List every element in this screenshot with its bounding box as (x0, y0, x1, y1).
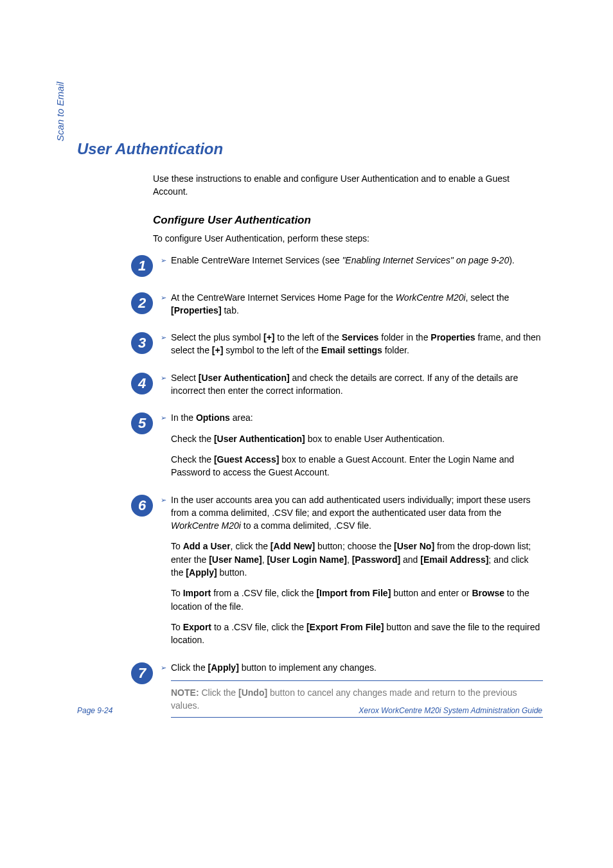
ui: [Import from File] (316, 588, 391, 598)
ui: [User Name] (209, 554, 262, 565)
step-6: 6 ➢ In the user accounts area you can ad… (122, 493, 543, 647)
step-5: 5 ➢ In the Options area: Check the [User… (122, 411, 543, 479)
txt: , (347, 554, 352, 565)
ui: [Password] (352, 554, 400, 565)
step-7-text: Click the [Apply] button to implement an… (171, 661, 543, 674)
document-page: Scan to Email User Authentication Use th… (0, 0, 613, 868)
txt: to a .CSV file, click the (211, 622, 306, 632)
txt: Check the (171, 434, 214, 444)
ui: [User No] (394, 541, 434, 551)
step-badge-4: 4 (131, 373, 153, 394)
ui: Properties (431, 332, 475, 342)
txt: button to implement any changes. (239, 662, 377, 673)
txt: box to enable User Authentication. (305, 434, 445, 444)
step-5-p2: Check the [Guest Access] box to enable a… (171, 453, 543, 479)
ui: [User Login Name] (267, 554, 346, 565)
step-5-head: In the Options area: (171, 411, 543, 424)
step-badge-1: 1 (131, 255, 153, 277)
page-footer: Page 9-24 Xerox WorkCentre M20i System A… (77, 706, 542, 715)
txt: symbol to the left of the (223, 345, 321, 355)
txt: button. (217, 567, 247, 578)
step-number-col: 1 (122, 254, 157, 277)
step-badge-6: 6 (131, 495, 153, 517)
ui: Import (183, 588, 211, 598)
step-body: ➢ At the CentreWare Internet Services Ho… (157, 291, 543, 317)
step-number-col: 3 (122, 331, 157, 357)
step-2-text: At the CentreWare Internet Services Home… (171, 291, 543, 317)
txt: to the left of the (274, 332, 341, 342)
txt: tab. (222, 305, 239, 315)
footer-page-number: Page 9-24 (77, 706, 112, 715)
ui: [Email Address] (420, 554, 488, 565)
ui: Services (342, 332, 379, 342)
step-5-p1: Check the [User Authentication] box to e… (171, 432, 543, 445)
txt: button; choose the (315, 541, 394, 551)
intro-paragraph: Use these instructions to enable and con… (153, 172, 543, 199)
ui: [+] (212, 345, 224, 355)
section-lead: To configure User Authentication, perfor… (153, 233, 543, 244)
txt: In the (171, 412, 196, 423)
txt: In the user accounts area you can add au… (171, 495, 531, 518)
step-number-col: 5 (122, 411, 157, 479)
txt: , click the (231, 541, 271, 551)
step-body: ➢ In the user accounts area you can add … (157, 493, 543, 647)
txt: Click the (199, 687, 238, 698)
step-4-text: Select [User Authentication] and check t… (171, 371, 543, 398)
page-title: User Authentication (77, 140, 543, 158)
ui: [+] (263, 332, 275, 342)
ui: [User Authentication] (199, 373, 290, 383)
step-6-p1: To Add a User, click the [Add New] butto… (171, 540, 543, 579)
txt: To (171, 588, 183, 598)
section-heading: Configure User Authentication (153, 214, 543, 227)
txt: Check the (171, 454, 214, 465)
ui: [Apply] (186, 567, 217, 578)
product: WorkCentre M20i (171, 520, 241, 531)
main-content: User Authentication Use these instructio… (77, 140, 543, 718)
step-6-p3: To Export to a .CSV file, click the [Exp… (171, 621, 543, 647)
ui: Add a User (183, 541, 231, 551)
step-badge-5: 5 (131, 412, 153, 434)
sidebar-label: Scan to Email (55, 82, 66, 141)
bullet-icon: ➢ (161, 661, 171, 673)
ui: Export (183, 622, 211, 632)
step-body: ➢ In the Options area: Check the [User A… (157, 411, 543, 479)
ui: [Properties] (171, 305, 222, 315)
txt: Click the (171, 662, 208, 673)
bullet-icon: ➢ (161, 254, 171, 266)
ui: [Guest Access] (214, 454, 279, 465)
step-4: 4 ➢ Select [User Authentication] and che… (122, 371, 543, 398)
step-2: 2 ➢ At the CentreWare Internet Services … (122, 291, 543, 317)
txt: folder in the (378, 332, 431, 342)
step-3: 3 ➢ Select the plus symbol [+] to the le… (122, 331, 543, 357)
txt: To (171, 541, 183, 551)
txt: and (400, 554, 420, 565)
txt: Select (171, 373, 199, 383)
bullet-icon: ➢ (161, 411, 171, 423)
step-body: ➢ Select [User Authentication] and check… (157, 371, 543, 398)
step-6-p2: To Import from a .CSV file, click the [I… (171, 587, 543, 613)
txt: from a .CSV file, click the (211, 588, 316, 598)
step-badge-3: 3 (131, 332, 153, 354)
bullet-icon: ➢ (161, 493, 171, 506)
bullet-icon: ➢ (161, 371, 171, 384)
txt: area: (230, 412, 253, 423)
txt: , select the (466, 292, 510, 303)
step-badge-2: 2 (131, 292, 153, 314)
step-1-text: Enable CentreWare Internet Services (see… (171, 254, 543, 267)
txt: Select the plus symbol (171, 332, 263, 342)
ui: [Export From File] (306, 622, 384, 632)
bullet-icon: ➢ (161, 291, 171, 303)
txt: to a comma delimited, .CSV file. (241, 520, 371, 531)
step-badge-7: 7 (131, 662, 153, 684)
step-number-col: 6 (122, 493, 157, 647)
ui: Options (196, 412, 230, 423)
ui: [Apply] (208, 662, 239, 673)
step-body: ➢ Select the plus symbol [+] to the left… (157, 331, 543, 357)
txt: ). (509, 255, 515, 265)
product: WorkCentre M20i (396, 292, 466, 303)
step-6-head: In the user accounts area you can add au… (171, 493, 543, 533)
txt: At the CentreWare Internet Services Home… (171, 292, 396, 303)
step-3-text: Select the plus symbol [+] to the left o… (171, 331, 543, 357)
step-1: 1 ➢ Enable CentreWare Internet Services … (122, 254, 543, 277)
ui: Email settings (321, 345, 382, 355)
